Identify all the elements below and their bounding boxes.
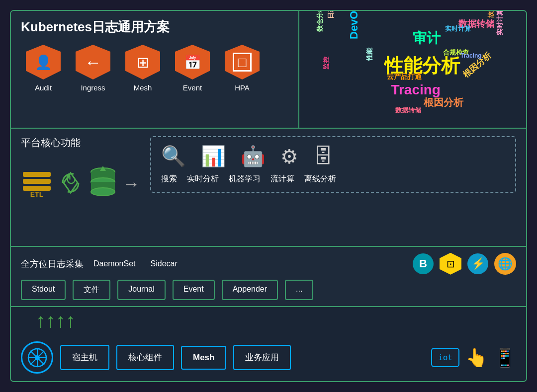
more-box: ... bbox=[285, 280, 313, 300]
collection-title: 全方位日志采集 bbox=[21, 258, 84, 270]
event-label: Event bbox=[183, 83, 202, 92]
platform-section: 平台核心功能 ETL bbox=[11, 129, 526, 247]
touch-icon: 👆 bbox=[465, 347, 488, 368]
word-realtime: 实时计算 bbox=[445, 24, 471, 33]
journal-box: Journal bbox=[117, 280, 165, 300]
sidecar-label: Sidecar bbox=[151, 259, 178, 268]
daemon-sidecar: DaemonSet Sidecar bbox=[93, 259, 178, 268]
audit-label: Audit bbox=[35, 83, 52, 92]
analytics-icons: 🔍 📊 🤖 ⚙ 🗄 bbox=[161, 145, 505, 168]
iot-icon: iot bbox=[431, 348, 459, 367]
platform-title: 平台核心功能 bbox=[21, 136, 140, 150]
word-monitor: 监控 bbox=[322, 57, 331, 70]
ingress-label: Ingress bbox=[81, 83, 105, 92]
label-realtime: 实时分析 bbox=[187, 174, 219, 184]
recycle-icon: ↻ bbox=[58, 170, 84, 198]
core-component-box: 核心组件 bbox=[116, 345, 174, 370]
word-data-storage-2: 数据转储 bbox=[395, 106, 421, 115]
mesh-label: Mesh bbox=[134, 83, 152, 92]
up-arrow-2: ↑ bbox=[46, 311, 56, 330]
svg-point-16 bbox=[35, 355, 40, 360]
svg-text:↻: ↻ bbox=[65, 172, 77, 188]
logstash-logo: ⊡ bbox=[440, 253, 461, 275]
word-cloud-section: 数据转储 审计 性能分析 Tracing DevOps 根因分析 数仓分析 实时… bbox=[299, 11, 526, 128]
storage-icon: 🗄 bbox=[313, 145, 333, 167]
mesh-icon: ⊞ bbox=[125, 45, 160, 79]
analytics-box: 🔍 📊 🤖 ⚙ 🗄 搜索 实时分析 机器学习 流计算 离线分析 bbox=[150, 136, 516, 193]
page-title: Kubernetes日志通用方案 bbox=[21, 18, 288, 36]
business-box: 业务应用 bbox=[233, 345, 291, 370]
hpa-item: □ HPA bbox=[225, 45, 260, 92]
arrows-row: ↑ ↑ ↑ ↑ bbox=[11, 307, 526, 334]
bottom-row: 宿主机 核心组件 Mesh 业务应用 iot 👆 📱 bbox=[11, 334, 526, 381]
word-devops: DevOps bbox=[348, 11, 360, 39]
label-offline: 离线分析 bbox=[304, 174, 336, 184]
mesh-box: Mesh bbox=[181, 346, 226, 370]
appender-box: Appender bbox=[222, 280, 278, 300]
kubernetes-icons: 👤 Audit ← Ingress ⊞ Mesh bbox=[21, 45, 288, 92]
etl-icon: ETL bbox=[21, 168, 53, 200]
word-perf: 性能 bbox=[365, 48, 374, 61]
database-icon bbox=[89, 166, 117, 202]
word-cloud: 数据转储 审计 性能分析 Tracing DevOps 根因分析 数仓分析 实时… bbox=[304, 16, 521, 123]
label-ml: 机器学习 bbox=[229, 174, 261, 184]
bottom-right-icons: iot 👆 📱 bbox=[431, 347, 516, 368]
daemonset-label: DaemonSet bbox=[93, 259, 136, 268]
globe-icon: 🌐 bbox=[494, 253, 516, 275]
word-realtime-2: 实时计算 bbox=[495, 11, 504, 35]
word-cloud-product: 云产品打通 bbox=[387, 73, 422, 81]
robot-icon: 🤖 bbox=[241, 145, 266, 168]
tool-icons: B ⊡ ⚡ 🌐 bbox=[413, 253, 516, 275]
svg-rect-1 bbox=[23, 179, 51, 184]
stdout-box: Stdout bbox=[21, 280, 66, 300]
hpa-icon: □ bbox=[225, 45, 260, 79]
kubernetes-logo bbox=[21, 341, 53, 374]
collection-boxes: Stdout 文件 Journal Event Appender ... bbox=[21, 280, 516, 300]
phone-icon: 📱 bbox=[494, 347, 516, 368]
audit-icon: 👤 bbox=[26, 45, 61, 79]
platform-left: 平台核心功能 ETL bbox=[21, 136, 140, 202]
label-search: 搜索 bbox=[161, 174, 177, 184]
event-box: Event bbox=[173, 280, 215, 300]
label-stream: 流计算 bbox=[270, 174, 294, 184]
chart-icon: 📊 bbox=[201, 145, 226, 168]
top-row: Kubernetes日志通用方案 👤 Audit ← Ingress bbox=[11, 11, 526, 129]
collection-top: 全方位日志采集 DaemonSet Sidecar B ⊡ ⚡ 🌐 bbox=[21, 253, 516, 275]
search-icon: 🔍 bbox=[161, 145, 186, 168]
kubernetes-section: Kubernetes日志通用方案 👤 Audit ← Ingress bbox=[11, 11, 299, 128]
hpa-label: HPA bbox=[235, 83, 250, 92]
audit-item: 👤 Audit bbox=[26, 45, 61, 92]
word-root-cause: 根因分析 bbox=[424, 96, 463, 109]
word-troubleshoot: 故障排查 bbox=[486, 11, 495, 18]
etl-flow: ETL ↻ bbox=[21, 166, 140, 202]
analytics-labels: 搜索 实时分析 机器学习 流计算 离线分析 bbox=[161, 174, 505, 184]
svg-rect-0 bbox=[23, 172, 51, 177]
event-item: 📅 Event bbox=[175, 45, 210, 92]
up-arrow-1: ↑ bbox=[36, 311, 46, 330]
arrow-right-icon: → bbox=[122, 173, 140, 194]
up-arrow-4: ↑ bbox=[66, 311, 76, 330]
svg-text:ETL: ETL bbox=[30, 190, 44, 198]
word-tracing-2: Tracing bbox=[460, 52, 482, 59]
fluentd-logo: ⚡ bbox=[467, 253, 488, 274]
ingress-item: ← Ingress bbox=[76, 45, 110, 92]
collection-section: 全方位日志采集 DaemonSet Sidecar B ⊡ ⚡ 🌐 Stdout… bbox=[11, 247, 526, 307]
word-log-collect: 日志收集 bbox=[326, 11, 335, 19]
up-arrow-3: ↑ bbox=[56, 311, 66, 330]
word-dw-analysis: 数仓分析 bbox=[315, 11, 324, 32]
file-box: 文件 bbox=[73, 280, 110, 300]
flow-icon: ⚙ bbox=[280, 145, 298, 168]
beats-logo: B bbox=[413, 253, 434, 274]
mesh-item: ⊞ Mesh bbox=[125, 45, 160, 92]
svg-point-9 bbox=[91, 188, 115, 196]
word-audit: 审计 bbox=[413, 29, 441, 48]
host-box: 宿主机 bbox=[60, 345, 109, 370]
ingress-icon: ← bbox=[76, 45, 110, 79]
event-icon: 📅 bbox=[175, 45, 210, 79]
main-container: Kubernetes日志通用方案 👤 Audit ← Ingress bbox=[10, 10, 527, 382]
